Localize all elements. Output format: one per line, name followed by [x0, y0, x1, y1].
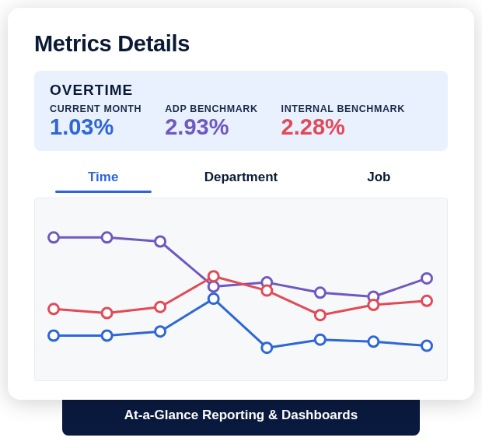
metric-current-month: CURRENT MONTH 1.03% — [50, 103, 141, 138]
tab-time[interactable]: Time — [34, 163, 172, 193]
metrics-row: CURRENT MONTH 1.03% ADP BENCHMARK 2.93% … — [50, 103, 432, 138]
metric-internal-benchmark: INTERNAL BENCHMARK 2.28% — [281, 103, 405, 138]
page-title: Metrics Details — [34, 31, 448, 57]
svg-point-22 — [368, 300, 379, 310]
metric-adp-benchmark: ADP BENCHMARK 2.93% — [165, 103, 257, 138]
metrics-card: Metrics Details OVERTIME CURRENT MONTH 1… — [8, 8, 474, 400]
svg-point-8 — [49, 233, 59, 243]
svg-point-15 — [422, 274, 432, 284]
svg-point-11 — [208, 282, 218, 292]
metric-label: ADP BENCHMARK — [165, 103, 257, 114]
svg-point-23 — [422, 296, 432, 306]
svg-point-19 — [208, 271, 218, 282]
svg-point-16 — [49, 304, 59, 314]
svg-point-20 — [262, 286, 272, 296]
svg-point-13 — [315, 288, 325, 298]
caption-bar: At-a-Glance Reporting & Dashboards — [62, 395, 420, 436]
tab-job[interactable]: Job — [310, 163, 448, 193]
svg-point-5 — [315, 335, 325, 345]
metric-value: 2.28% — [281, 115, 405, 138]
line-chart-container — [34, 198, 448, 381]
metric-label: INTERNAL BENCHMARK — [281, 103, 405, 114]
svg-point-3 — [208, 294, 218, 304]
chart-tabs: Time Department Job — [34, 163, 448, 193]
svg-point-17 — [102, 308, 112, 318]
tab-department[interactable]: Department — [172, 163, 309, 193]
svg-point-10 — [155, 236, 166, 247]
line-chart — [38, 206, 442, 371]
svg-point-18 — [155, 303, 166, 313]
svg-point-21 — [315, 310, 325, 320]
metric-value: 1.03% — [50, 115, 141, 138]
svg-point-1 — [102, 331, 112, 341]
svg-point-6 — [368, 337, 379, 347]
svg-point-0 — [49, 331, 59, 341]
svg-point-4 — [262, 343, 272, 353]
svg-point-7 — [422, 341, 432, 352]
metric-value: 2.93% — [165, 115, 257, 138]
summary-heading: OVERTIME — [50, 82, 432, 99]
svg-point-9 — [102, 233, 112, 243]
metric-label: CURRENT MONTH — [50, 103, 141, 114]
svg-point-2 — [155, 327, 166, 337]
overtime-summary-panel: OVERTIME CURRENT MONTH 1.03% ADP BENCHMA… — [34, 71, 448, 151]
